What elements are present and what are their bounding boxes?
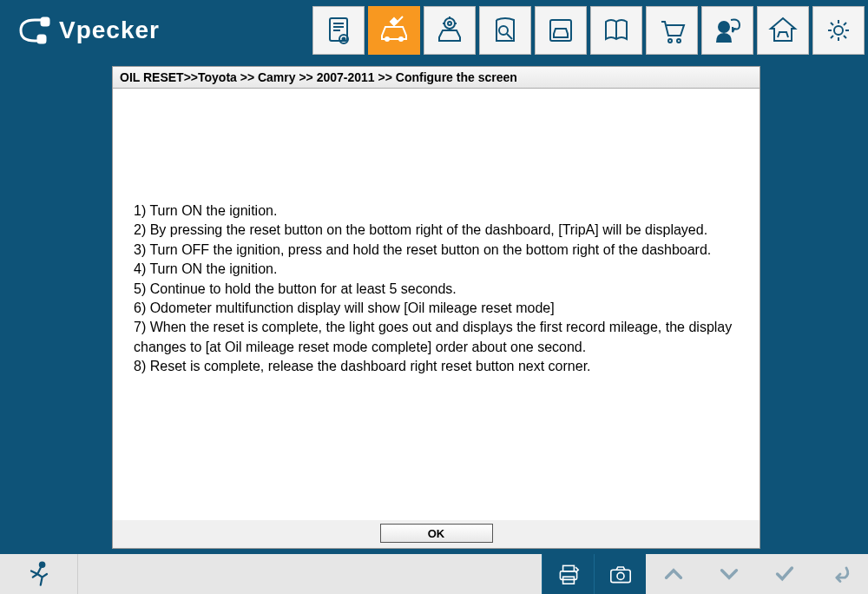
instruction-line: 8) Reset is complete, release the dashbo… xyxy=(134,357,739,376)
back-arrow-icon xyxy=(828,562,852,586)
toolbar-diagnose[interactable] xyxy=(424,6,476,55)
svg-line-14 xyxy=(507,34,512,39)
svg-point-7 xyxy=(343,38,345,41)
footer-actions xyxy=(542,554,868,594)
svg-point-21 xyxy=(39,563,43,567)
instructions-text: 1) Turn ON the ignition. 2) By pressing … xyxy=(113,89,760,520)
content-area: OIL RESET>>Toyota >> Camry >> 2007-2011 … xyxy=(0,63,868,552)
toolbar-cart[interactable] xyxy=(646,6,698,55)
instruction-line: 6) Odometer multifunction display will s… xyxy=(134,299,739,318)
gear-icon xyxy=(821,13,856,48)
svg-point-18 xyxy=(677,39,681,43)
search-book-icon xyxy=(488,13,523,48)
svg-rect-23 xyxy=(562,565,574,571)
instruction-line: 1) Turn ON the ignition. xyxy=(134,201,739,221)
svg-point-11 xyxy=(444,18,455,29)
document-settings-icon xyxy=(321,13,356,48)
printer-icon xyxy=(555,560,582,588)
svg-point-13 xyxy=(499,26,508,35)
breadcrumb: OIL RESET>>Toyota >> Camry >> 2007-2011 … xyxy=(113,67,760,89)
toolbar-document[interactable] xyxy=(312,6,365,55)
diagnose-car-icon xyxy=(432,13,467,48)
top-toolbar xyxy=(309,6,868,55)
toolbar-user-chat[interactable] xyxy=(701,6,753,55)
svg-rect-0 xyxy=(42,18,49,25)
nav-down-button[interactable] xyxy=(701,554,757,594)
svg-rect-24 xyxy=(562,577,574,584)
toolbar-home[interactable] xyxy=(757,6,809,55)
nav-back-button[interactable] xyxy=(812,554,868,594)
footer-nav xyxy=(646,554,868,594)
svg-point-19 xyxy=(719,22,729,32)
logo-area: Vpecker xyxy=(17,13,160,48)
main-panel: OIL RESET>>Toyota >> Camry >> 2007-2011 … xyxy=(112,66,760,549)
book-icon xyxy=(599,13,634,48)
top-header: Vpecker xyxy=(0,0,868,63)
home-car-icon xyxy=(766,13,800,48)
svg-rect-1 xyxy=(38,36,45,43)
bottom-footer xyxy=(0,552,868,594)
camera-icon xyxy=(607,560,635,588)
svg-point-12 xyxy=(448,22,451,25)
print-button[interactable] xyxy=(542,554,594,594)
instruction-line: 5) Continue to hold the button for at le… xyxy=(134,280,739,299)
cart-icon xyxy=(654,13,689,48)
exit-button[interactable] xyxy=(0,554,78,594)
instruction-line: 4) Turn ON the ignition. xyxy=(134,260,739,279)
svg-rect-25 xyxy=(610,570,629,582)
toolbar-book[interactable] xyxy=(590,6,642,55)
toolbar-car-record[interactable] xyxy=(535,6,587,55)
user-chat-icon xyxy=(710,13,745,48)
nav-ok-button[interactable] xyxy=(757,554,812,594)
check-icon xyxy=(773,562,797,586)
car-wrench-icon xyxy=(377,13,411,48)
button-row: OK xyxy=(113,520,760,548)
instruction-line: 7) When the reset is complete, the light… xyxy=(134,318,739,357)
svg-point-17 xyxy=(668,39,672,43)
screenshot-button[interactable] xyxy=(594,554,646,594)
instruction-line: 2) By pressing the reset button on the b… xyxy=(134,221,739,240)
svg-point-26 xyxy=(617,572,624,579)
car-record-icon xyxy=(543,13,578,48)
app-name: Vpecker xyxy=(59,16,160,44)
chevron-up-icon xyxy=(661,562,686,586)
instruction-line: 3) Turn OFF the ignition, press and hold… xyxy=(134,241,739,260)
toolbar-settings[interactable] xyxy=(812,6,865,55)
chevron-down-icon xyxy=(717,562,741,586)
svg-point-20 xyxy=(834,26,843,35)
ok-button[interactable]: OK xyxy=(380,524,493,543)
toolbar-car-wrench[interactable] xyxy=(368,6,420,55)
vpecker-logo-icon xyxy=(17,13,52,48)
toolbar-search-book[interactable] xyxy=(479,6,531,55)
nav-up-button[interactable] xyxy=(646,554,701,594)
svg-point-8 xyxy=(385,37,389,41)
running-man-icon xyxy=(23,558,55,590)
svg-point-9 xyxy=(399,37,403,41)
